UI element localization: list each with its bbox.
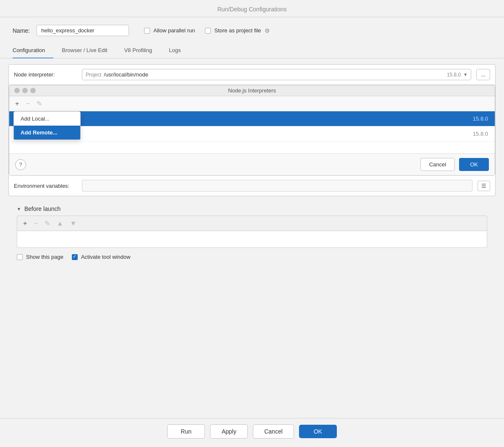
before-launch-list (17, 231, 487, 248)
tab-browser-live-edit[interactable]: Browser / Live Edit (53, 43, 116, 58)
tab-logs[interactable]: Logs (160, 43, 189, 58)
before-launch-section: ▼ Before launch + − ✎ ▲ ▼ (8, 201, 496, 248)
before-launch-toolbar: + − ✎ ▲ ▼ (17, 216, 487, 231)
dialog-footer: Run Apply Cancel OK (0, 418, 504, 447)
cancel-button[interactable]: Cancel (253, 424, 294, 439)
interpreter-version: 15.8.0 (447, 72, 461, 78)
activate-window-label: Activate tool window (81, 254, 131, 260)
run-button[interactable]: Run (167, 424, 205, 439)
store-project-checkbox[interactable] (205, 28, 211, 34)
store-project-label: Store as project file (214, 27, 261, 34)
collapse-arrow-icon[interactable]: ▼ (17, 207, 21, 211)
activate-window-option[interactable]: Activate tool window (72, 254, 131, 260)
env-edit-button[interactable]: ☰ (478, 181, 490, 191)
traffic-light-close[interactable] (14, 88, 20, 93)
gear-icon[interactable]: ⚙ (265, 27, 270, 34)
interpreters-list: /usr/local/bin/node 15.8.0 /node 15.8.0 (9, 111, 495, 153)
activate-window-checkbox[interactable] (72, 254, 78, 260)
interpreter-item-version-1: 15.8.0 (473, 116, 488, 122)
popup-footer: ? Cancel OK (9, 153, 495, 175)
interpreter-project: Project (86, 72, 101, 78)
add-local-item[interactable]: Add Local... (14, 112, 80, 126)
name-label: Name: (13, 27, 30, 34)
env-label: Environment variables: (14, 183, 77, 189)
allow-parallel-label: Allow parallel run (153, 27, 195, 34)
config-panel: Node interpreter: Project /usr/local/bin… (8, 64, 496, 196)
run-debug-dialog: Run/Debug Configurations Name: Allow par… (0, 0, 504, 447)
popup-remove-button[interactable]: − (24, 99, 31, 108)
dropdown-arrow-icon: ▼ (463, 72, 467, 77)
show-page-checkbox[interactable] (17, 254, 23, 260)
popup-edit-button[interactable]: ✎ (35, 99, 44, 108)
header-section: Name: Allow parallel run Store as projec… (0, 17, 504, 43)
traffic-lights (14, 88, 36, 93)
popup-toolbar: + − ✎ Add Local... Add Remote... (9, 96, 495, 111)
allow-parallel-option[interactable]: Allow parallel run (144, 27, 195, 34)
before-launch-remove[interactable]: − (32, 219, 39, 228)
apply-button[interactable]: Apply (210, 424, 248, 439)
interpreter-item-version-2: 15.8.0 (473, 131, 488, 137)
interpreters-popup: Node.js Interpreters + − ✎ Add Local... … (9, 85, 495, 176)
before-launch-down[interactable]: ▼ (68, 219, 79, 228)
store-project-option[interactable]: Store as project file ⚙ (205, 27, 270, 34)
add-remote-item[interactable]: Add Remote... (14, 126, 80, 139)
before-launch-up[interactable]: ▲ (55, 219, 65, 228)
popup-title: Node.js Interpreters (228, 87, 276, 94)
allow-parallel-checkbox[interactable] (144, 28, 150, 34)
tab-configuration[interactable]: Configuration (13, 43, 53, 58)
env-row: Environment variables: ☰ (9, 176, 495, 196)
header-options: Allow parallel run Store as project file… (144, 27, 270, 34)
ellipsis-button[interactable]: ... (476, 69, 490, 80)
main-content: Node interpreter: Project /usr/local/bin… (0, 58, 504, 418)
before-launch-label: Before launch (24, 205, 60, 212)
tabs-section: Configuration Browser / Live Edit V8 Pro… (0, 43, 504, 58)
popup-title-bar: Node.js Interpreters (9, 85, 495, 96)
popup-cancel-button[interactable]: Cancel (420, 158, 455, 171)
name-input[interactable] (37, 25, 129, 36)
before-launch-edit[interactable]: ✎ (43, 218, 52, 228)
show-page-label: Show this page (26, 254, 63, 260)
interpreter-label: Node interpreter: (14, 71, 77, 78)
ok-button[interactable]: OK (299, 425, 337, 438)
add-dropdown-menu: Add Local... Add Remote... (13, 111, 81, 140)
popup-footer-buttons: Cancel OK (420, 158, 489, 171)
show-page-option[interactable]: Show this page (17, 254, 63, 260)
help-button[interactable]: ? (15, 159, 26, 170)
before-launch-add[interactable]: + (21, 219, 29, 228)
dialog-title-bar: Run/Debug Configurations (0, 0, 504, 17)
interpreter-item-path-2: /node (16, 131, 473, 137)
interpreter-list-item-1[interactable]: /usr/local/bin/node 15.8.0 (9, 111, 495, 126)
interpreter-path: /usr/local/bin/node (104, 71, 444, 78)
bottom-options: Show this page Activate tool window (8, 248, 496, 266)
interpreter-row: Node interpreter: Project /usr/local/bin… (9, 65, 495, 85)
env-input[interactable] (82, 180, 472, 192)
traffic-light-minimize[interactable] (22, 88, 28, 93)
interpreter-item-path-1: /usr/local/bin/node (16, 116, 473, 122)
interpreter-list-item-2[interactable]: /node 15.8.0 (9, 126, 495, 142)
before-launch-header: ▼ Before launch (17, 201, 487, 216)
traffic-light-maximize[interactable] (30, 88, 36, 93)
interpreter-select[interactable]: Project /usr/local/bin/node 15.8.0 ▼ (82, 69, 471, 80)
popup-ok-button[interactable]: OK (459, 158, 489, 171)
tab-v8-profiling[interactable]: V8 Profiling (116, 43, 160, 58)
popup-add-button[interactable]: + (13, 99, 21, 108)
dialog-title: Run/Debug Configurations (218, 6, 287, 13)
